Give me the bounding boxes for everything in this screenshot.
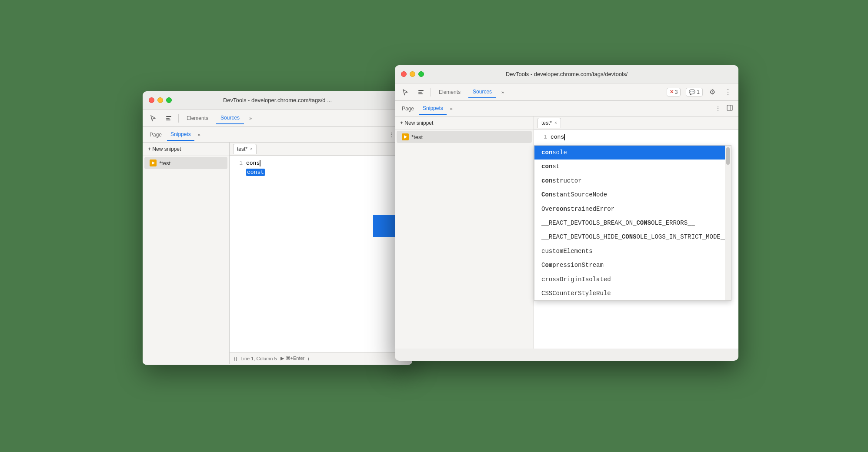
fg-toolbar-sep: [431, 88, 431, 96]
fg-line-number-1: 1: [537, 133, 551, 142]
fg-cursor-icon[interactable]: [399, 86, 411, 98]
bg-paren: (: [308, 356, 310, 361]
bg-editor-panel: test* × 1 cons const: [230, 143, 412, 364]
svg-rect-6: [418, 92, 422, 93]
fg-panel-icon[interactable]: [415, 86, 427, 98]
bg-panel-icon[interactable]: [163, 112, 175, 124]
bg-left-panel: + New snippet *test: [143, 143, 230, 364]
fg-autocomplete-dropdown: console const constructor ConstantSource…: [534, 145, 731, 301]
bg-snippets-tab[interactable]: Snippets: [167, 129, 194, 141]
bg-elements-tab[interactable]: Elements: [182, 113, 213, 124]
bg-page-tab[interactable]: Page: [146, 129, 165, 140]
fg-main-content: + New snippet *test test* × 1: [395, 116, 738, 349]
svg-rect-1: [166, 118, 170, 119]
fg-snippet-test[interactable]: *test: [397, 131, 532, 143]
fg-panel-toggle[interactable]: [724, 103, 735, 114]
bg-window-title: DevTools - developer.chrome.com/tags/d .…: [223, 97, 332, 103]
bg-new-snippet-btn[interactable]: + New snippet: [143, 143, 229, 156]
fg-autocomplete-crossoriginisolated[interactable]: crossOriginIsolated: [534, 273, 731, 286]
fg-code-line-1: 1 cons: [537, 133, 735, 142]
bg-code-content: cons: [246, 159, 409, 168]
bg-selected-const: const: [246, 169, 265, 176]
fg-error-x-icon: ✕: [670, 89, 674, 95]
bg-sub-more[interactable]: »: [196, 130, 202, 139]
svg-rect-8: [727, 105, 732, 110]
bg-format-btn[interactable]: {}: [234, 356, 237, 361]
fg-autocomplete-customelements[interactable]: customElements: [534, 244, 731, 258]
fg-autocomplete-scrollbar[interactable]: [725, 146, 731, 300]
bg-editor-tabs: test* ×: [230, 143, 412, 156]
fg-autocomplete-compressionstream[interactable]: CompressionStream: [534, 258, 731, 272]
fg-snippet-icon: [402, 133, 409, 140]
fg-titlebar: DevTools - developer.chrome.com/tags/dev…: [395, 65, 738, 83]
bg-zoom-button[interactable]: [166, 97, 172, 103]
fg-toolbar: Elements Sources » ✕ 3 💬 1 ⚙ ⋮: [395, 83, 738, 101]
fg-autocomplete-react-break[interactable]: __REACT_DEVTOOLS_BREAK_ON_CONSOLE_ERRORS…: [534, 216, 731, 230]
fg-editor-tab-test[interactable]: test* ×: [537, 118, 561, 128]
fg-close-button[interactable]: [401, 71, 407, 77]
fg-snippets-tab[interactable]: Snippets: [419, 103, 447, 115]
fg-editor-panel: test* × 1 cons console: [534, 116, 738, 349]
fg-sub-toolbar: Page Snippets » ⋮: [395, 101, 738, 116]
bg-snippet-test[interactable]: *test: [144, 157, 227, 169]
fg-comment-badge[interactable]: 💬 1: [686, 88, 703, 96]
bg-minimize-button[interactable]: [157, 97, 163, 103]
fg-error-badge[interactable]: ✕ 3: [667, 88, 681, 96]
bg-editor-area[interactable]: 1 cons const: [230, 156, 412, 352]
fg-elements-tab[interactable]: Elements: [434, 86, 465, 98]
bg-status-bar: {} Line 1, Column 5 ▶ ⌘+Enter ( ⬆: [230, 352, 412, 364]
bg-position: Line 1, Column 5: [240, 356, 277, 361]
bg-line-number-1: 1: [233, 159, 246, 168]
fg-traffic-lights: [401, 71, 424, 77]
bg-titlebar: DevTools - developer.chrome.com/tags/d .…: [143, 91, 412, 110]
bg-run-btn[interactable]: ▶ ⌘+Enter: [280, 356, 305, 361]
fg-zoom-button[interactable]: [418, 71, 424, 77]
fg-sub-dots[interactable]: ⋮: [713, 103, 723, 114]
bg-editor-tab-test[interactable]: test* ×: [233, 144, 257, 154]
svg-rect-2: [166, 120, 170, 120]
fg-close-tab[interactable]: ×: [554, 120, 557, 125]
fg-autocomplete-react-hide[interactable]: __REACT_DEVTOOLS_HIDE_CONSOLE_LOGS_IN_ST…: [534, 230, 731, 244]
fg-autocomplete-csscounterstylerule[interactable]: CSSCounterStyleRule: [534, 286, 731, 300]
bg-toolbar-sep: [178, 114, 179, 123]
fg-error-count: 3: [675, 89, 678, 95]
bg-autocomplete-hint: const: [246, 169, 409, 176]
fg-sub-more[interactable]: »: [448, 104, 454, 113]
bg-snippet-icon: [150, 160, 157, 166]
fg-sources-tab[interactable]: Sources: [468, 86, 496, 98]
fg-autocomplete-overconstrainederror[interactable]: OverconstrainedError: [534, 202, 731, 216]
fg-autocomplete-constructor[interactable]: constructor: [534, 174, 731, 188]
fg-new-snippet-btn[interactable]: + New snippet: [395, 116, 534, 130]
fg-more-tabs[interactable]: »: [500, 88, 506, 96]
fg-autocomplete-const[interactable]: const: [534, 160, 731, 173]
fg-editor-area[interactable]: 1 cons console const: [534, 130, 738, 349]
bg-more-tabs[interactable]: »: [247, 114, 254, 123]
fg-minimize-button[interactable]: [410, 71, 415, 77]
fg-comment-icon: 💬: [689, 89, 695, 95]
fg-autocomplete-constantsourcenode[interactable]: ConstantSourceNode: [534, 188, 731, 202]
bg-traffic-lights: [149, 97, 172, 103]
bg-sub-toolbar: Page Snippets » ⋮: [143, 127, 412, 143]
fg-dots-icon[interactable]: ⋮: [722, 86, 734, 98]
fg-gear-icon[interactable]: ⚙: [706, 86, 718, 98]
fg-code-content: cons: [551, 133, 735, 142]
svg-rect-0: [166, 116, 171, 117]
fg-window-title: DevTools - developer.chrome.com/tags/dev…: [506, 71, 628, 77]
fg-left-panel: + New snippet *test: [395, 116, 534, 349]
bg-snippet-name: *test: [159, 160, 170, 166]
fg-autocomplete-console[interactable]: console: [534, 146, 731, 160]
background-window: DevTools - developer.chrome.com/tags/d .…: [143, 91, 412, 365]
fg-editor-tabs: test* ×: [534, 116, 738, 130]
bg-code-line-1: 1 cons: [233, 159, 409, 168]
bg-toolbar: Elements Sources » ✕: [143, 110, 412, 127]
bg-close-button[interactable]: [149, 97, 154, 103]
fg-page-tab[interactable]: Page: [398, 103, 417, 114]
svg-rect-5: [418, 90, 424, 91]
bg-sources-tab[interactable]: Sources: [216, 112, 244, 124]
bg-close-tab[interactable]: ×: [250, 146, 253, 151]
bg-cursor-icon[interactable]: [147, 112, 159, 124]
fg-snippet-name: *test: [411, 134, 423, 140]
bg-main-content: + New snippet *test test* × 1: [143, 143, 412, 364]
foreground-window: DevTools - developer.chrome.com/tags/dev…: [395, 65, 738, 361]
svg-rect-7: [418, 93, 423, 94]
